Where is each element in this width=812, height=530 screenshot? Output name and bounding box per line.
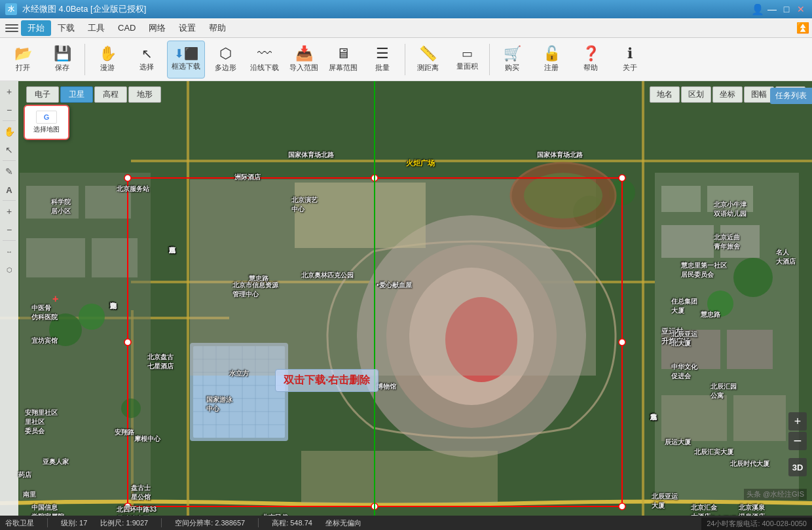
pan-tool-btn[interactable]: ✋ (1, 124, 17, 139)
svg-point-57 (619, 339, 625, 345)
zoom-in-tool-btn[interactable]: + (1, 84, 17, 99)
toolbar-sep-3 (489, 44, 490, 75)
menu-cad[interactable]: CAD (111, 21, 142, 35)
zoom-out-tool-btn[interactable]: − (1, 102, 17, 118)
tab-electronic[interactable]: 电子 (26, 86, 59, 103)
svg-point-43 (733, 258, 773, 297)
svg-rect-32 (661, 330, 720, 369)
restore-button[interactable]: □ (781, 3, 792, 15)
screen-range-button[interactable]: 🖥 屏幕范围 (324, 41, 362, 79)
measure-area-icon: ▭ (462, 48, 473, 60)
task-list-button[interactable]: 任务列表 (770, 88, 812, 104)
measure-line-btn[interactable]: ↔ (1, 243, 17, 259)
status-scale: 比例尺: 1:9027 (100, 518, 148, 528)
open-label: 打开 (16, 63, 30, 73)
app-title: 水经微图 4.0Beta [企业版已授权] (22, 3, 146, 15)
status-bar: 谷歌卫星 级别: 17 比例尺: 1:9027 空间分辨率: 2.388657 … (0, 516, 812, 530)
svg-point-60 (619, 503, 625, 510)
help-toolbar-button[interactable]: ❓ 帮助 (572, 41, 610, 79)
zoom-in-button[interactable]: + (788, 412, 807, 431)
arrow-tool-btn[interactable]: ↖ (1, 142, 17, 158)
svg-rect-5 (187, 81, 189, 516)
tab-district[interactable]: 区划 (681, 86, 711, 103)
help-icon: ❓ (582, 46, 600, 61)
svg-rect-39 (26, 238, 85, 277)
tab-satellite[interactable]: 卫星 (60, 86, 93, 103)
about-button[interactable]: ℹ 关于 (611, 41, 649, 79)
polygon-label: 多边形 (215, 63, 236, 73)
add-tool-btn[interactable]: + (1, 203, 17, 219)
minimize-button[interactable]: — (766, 3, 778, 15)
status-sep-3 (258, 518, 259, 527)
toolbar-sep-1 (84, 44, 85, 75)
svg-rect-37 (26, 186, 79, 219)
save-button[interactable]: 💾 保存 (43, 41, 81, 79)
menu-settings[interactable]: 设置 (172, 20, 202, 36)
3d-button[interactable]: 3D (788, 458, 807, 476)
toolbar: 📂 打开 💾 保存 ✋ 漫游 ↖ 选择 ⬇⬛ 框选下载 ⬡ 多边形 〰 沿线下载… (0, 38, 812, 81)
open-icon: 📂 (14, 46, 32, 61)
menu-help[interactable]: 帮助 (202, 20, 232, 36)
minus-tool-btn[interactable]: − (1, 222, 17, 238)
tab-terrain[interactable]: 地形 (128, 86, 161, 103)
import-range-button[interactable]: 📥 导入范围 (285, 41, 323, 79)
map-area[interactable]: + + − ✋ ↖ ✎ A + − ↔ ⬡ 电子 卫星 高程 地形 G 选择地图… (0, 81, 812, 516)
svg-rect-51 (301, 451, 498, 503)
svg-text:+: + (52, 293, 58, 304)
purchase-button[interactable]: 🛒 购买 (493, 41, 531, 79)
title-bar: 水 水经微图 4.0Beta [企业版已授权] 👤 — □ ✕ (0, 0, 812, 18)
draw-tool-btn[interactable]: ✎ (1, 164, 17, 179)
box-download-button[interactable]: ⬇⬛ 框选下载 (167, 41, 205, 79)
status-coords: 坐标无偏向 (325, 518, 361, 528)
pan-button[interactable]: ✋ 漫游 (88, 41, 126, 79)
about-label: 关于 (623, 63, 637, 73)
hamburger-menu[interactable] (3, 21, 21, 35)
svg-rect-36 (20, 173, 151, 500)
batch-icon: ☰ (376, 46, 389, 61)
user-icon[interactable]: 👤 (752, 3, 764, 15)
text-tool-btn[interactable]: A (1, 182, 17, 198)
purchase-icon: 🛒 (504, 46, 521, 61)
save-icon: 💾 (54, 46, 71, 61)
status-sep-1 (47, 518, 48, 527)
menu-download[interactable]: 下载 (51, 20, 81, 36)
select-button[interactable]: ↖ 选择 (128, 41, 166, 79)
tab-placename[interactable]: 地名 (650, 86, 680, 103)
svg-point-56 (124, 339, 131, 345)
status-resolution: 空间分辨率: 2.388657 (175, 518, 245, 528)
tab-coordinate[interactable]: 坐标 (712, 86, 743, 103)
svg-rect-30 (661, 225, 714, 258)
measure-area-tool-btn[interactable]: ⬡ (1, 262, 17, 277)
left-toolbar: + − ✋ ↖ ✎ A + − ↔ ⬡ (0, 81, 18, 516)
svg-rect-50 (295, 183, 426, 248)
svg-point-55 (619, 175, 625, 181)
select-label: 选择 (139, 62, 154, 72)
batch-button[interactable]: ☰ 批量 (363, 41, 401, 79)
register-icon: 🔓 (543, 46, 561, 61)
open-button[interactable]: 📂 打开 (4, 41, 42, 79)
svg-rect-33 (727, 330, 773, 369)
line-download-button[interactable]: 〰 沿线下载 (246, 41, 284, 79)
register-button[interactable]: 🔓 注册 (532, 41, 570, 79)
left-tool-sep-1 (3, 120, 16, 121)
measure-dist-icon: 📏 (419, 46, 437, 61)
menu-network[interactable]: 网络 (142, 20, 172, 36)
close-button[interactable]: ✕ (795, 3, 807, 15)
menu-tools[interactable]: 工具 (81, 20, 111, 36)
measure-dist-button[interactable]: 📏 测距离 (409, 41, 447, 79)
svg-rect-29 (707, 186, 753, 212)
svg-point-42 (79, 304, 105, 330)
zoom-out-button[interactable]: − (788, 432, 807, 450)
tab-elevation[interactable]: 高程 (94, 86, 127, 103)
map-canvas: + (0, 81, 812, 516)
measure-area-button[interactable]: ▭ 量面积 (448, 41, 486, 79)
screen-range-label: 屏幕范围 (329, 63, 358, 73)
about-icon: ℹ (627, 46, 633, 61)
polygon-button[interactable]: ⬡ 多边形 (206, 41, 244, 79)
status-level: 级别: 17 (61, 518, 87, 528)
select-map-button[interactable]: G 选择地图 (24, 105, 69, 140)
menu-start[interactable]: 开始 (21, 20, 51, 36)
app-icon: 水 (5, 3, 17, 15)
svg-rect-6 (642, 81, 644, 516)
collapse-button[interactable]: ⏫ (796, 22, 809, 34)
